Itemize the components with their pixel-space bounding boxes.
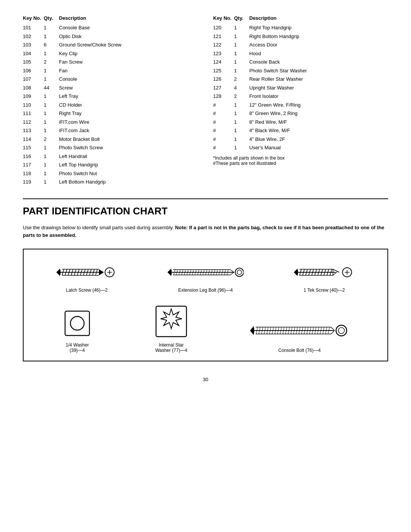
extension-leg-bolt-svg — [167, 261, 244, 284]
part-desc: Front Isolator — [249, 93, 388, 100]
part-qty: 1 — [234, 50, 249, 58]
svg-line-47 — [230, 272, 234, 275]
part-qty: 1 — [234, 67, 249, 75]
part-keyno: # — [213, 144, 234, 152]
tek-screw-item: 1 Tek Screw (40)—2 — [294, 261, 355, 293]
part-desc: Photo Switch Screw — [59, 144, 198, 152]
part-qty: 1 — [44, 110, 59, 117]
svg-marker-110 — [250, 326, 254, 335]
svg-point-49 — [235, 268, 244, 276]
svg-marker-16 — [99, 269, 104, 275]
part-desc: Right Top Handgrip — [249, 24, 388, 32]
part-desc: 8" Red Wire, M/F — [249, 118, 388, 126]
part-desc: Rear Roller Star Washer — [249, 75, 388, 83]
part-qty: 2 — [44, 136, 59, 143]
footnote1: *Includes all parts shown in the box — [213, 155, 388, 161]
part-qty: 2 — [234, 93, 249, 100]
svg-point-111 — [336, 325, 347, 336]
left-qty-header: Qty. — [44, 15, 59, 21]
part-keyno: 124 — [213, 58, 234, 66]
part-qty: 1 — [234, 33, 249, 40]
left-col-header: Key No. Qty. Description — [23, 15, 198, 21]
part-qty: 1 — [44, 178, 59, 186]
svg-line-46 — [230, 270, 234, 272]
part-desc: Left Handrail — [59, 153, 198, 160]
latch-screw-svg — [56, 261, 117, 284]
part-desc: Photo Switch Star Washer — [249, 67, 388, 75]
part-keyno: # — [213, 110, 234, 117]
table-row: #14" Blue Wire, 2F — [213, 136, 388, 143]
part-keyno: 110 — [23, 101, 44, 109]
part-keyno: 114 — [23, 136, 44, 143]
part-keyno: 128 — [213, 93, 234, 100]
part-qty: 2 — [234, 75, 249, 83]
part-desc: Access Door — [249, 41, 388, 49]
parts-table-section: Key No. Qty. Description 1011Console Bas… — [23, 15, 388, 187]
table-row: 1052Fan Screw — [23, 58, 198, 66]
right-parts-column: Key No. Qty. Description 1201Right Top H… — [213, 15, 388, 187]
table-row: 1282Front Isolator — [213, 93, 388, 100]
part-keyno: 111 — [23, 110, 44, 117]
svg-line-109 — [331, 331, 335, 334]
part-qty: 1 — [44, 93, 59, 100]
svg-point-112 — [338, 328, 344, 334]
part-qty: 1 — [44, 161, 59, 169]
svg-line-67 — [338, 272, 339, 272]
left-desc-header: Description — [59, 15, 198, 21]
table-row: 1101CD Holder — [23, 101, 198, 109]
part-keyno: 123 — [213, 50, 234, 58]
part-qty: 2 — [44, 58, 59, 66]
tek-screw-svg — [294, 261, 355, 284]
part-desc: 4" Blue Wire, 2F — [249, 136, 388, 143]
part-desc: 12" Green Wire, F/Ring — [249, 101, 388, 109]
table-row: 1191Left Bottom Handgrip — [23, 178, 198, 186]
table-row: 1011Console Base — [23, 24, 198, 32]
part-desc: Upright Star Washer — [249, 84, 388, 92]
console-bolt-item: Console Bolt (76)—4 — [250, 317, 349, 353]
part-qty: 1 — [44, 118, 59, 126]
table-row: 1171Left Top Handgrip — [23, 161, 198, 169]
part-keyno: 104 — [23, 50, 44, 58]
table-row: 1111Right Tray — [23, 110, 198, 117]
svg-rect-74 — [156, 306, 186, 337]
part-keyno: 126 — [213, 75, 234, 83]
svg-point-50 — [237, 270, 242, 275]
part-desc: Optic Disk — [59, 33, 198, 40]
part-desc: iFIT.com Jack — [59, 127, 198, 134]
part-keyno: 106 — [23, 67, 44, 75]
part-keyno: # — [213, 127, 234, 134]
table-row: 1121iFIT.com Wire — [23, 118, 198, 126]
right-parts-rows: 1201Right Top Handgrip1211Right Bottom H… — [213, 24, 388, 152]
part-qty: 4 — [234, 84, 249, 92]
part-desc: Console Back — [249, 58, 388, 66]
table-row: 1231Hood — [213, 50, 388, 58]
part-qty: 1 — [234, 101, 249, 109]
table-row: 1071Console — [23, 75, 198, 83]
part-keyno: 119 — [23, 178, 44, 186]
part-qty: 1 — [234, 136, 249, 143]
latch-screw-item: Latch Screw (46)—2 — [56, 261, 117, 293]
part-keyno: 105 — [23, 58, 44, 66]
table-row: 1061Fan — [23, 67, 198, 75]
table-row: 1262Rear Roller Star Washer — [213, 75, 388, 83]
left-parts-rows: 1011Console Base1021Optic Disk1036Ground… — [23, 24, 198, 186]
part-qty: 1 — [44, 67, 59, 75]
part-keyno: 107 — [23, 75, 44, 83]
extension-leg-bolt-label: Extension Leg Bolt (96)—4 — [178, 288, 233, 293]
part-desc: Right Bottom Handgrip — [249, 33, 388, 40]
section-intro-text: Use the drawings below to identify small… — [23, 225, 174, 230]
table-row: 1221Access Door — [213, 41, 388, 49]
part-desc: Left Top Handgrip — [59, 161, 198, 169]
svg-marker-68 — [294, 268, 298, 276]
table-row: #14" Black Wire, M/F — [213, 127, 388, 134]
svg-marker-17 — [56, 268, 60, 276]
table-row: 1036Ground Screw/Choke Screw — [23, 41, 198, 49]
part-desc: 4" Black Wire, M/F — [249, 127, 388, 134]
part-desc: iFIT.com Wire — [59, 118, 198, 126]
part-desc: Photo Switch Nut — [59, 170, 198, 177]
table-row: 1161Left Handrail — [23, 153, 198, 160]
washer-item: 1/4 Washer (39)—4 — [62, 308, 92, 353]
part-qty: 6 — [44, 41, 59, 49]
part-keyno: # — [213, 101, 234, 109]
part-keyno: 103 — [23, 41, 44, 49]
